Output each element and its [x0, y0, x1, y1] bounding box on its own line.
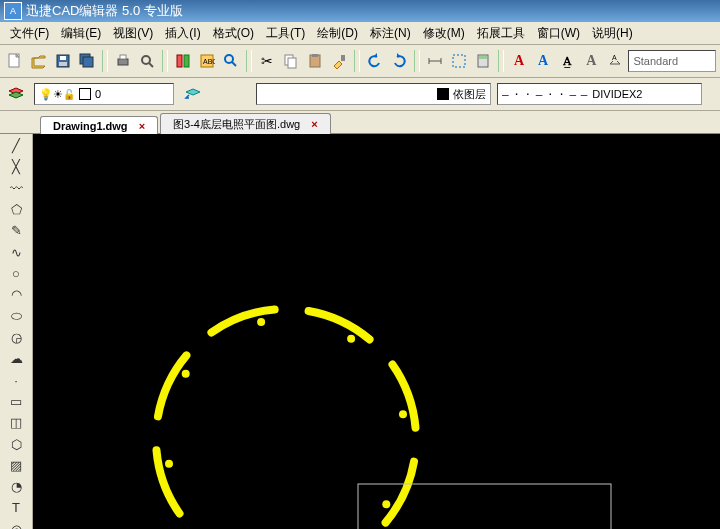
- app-title: 迅捷CAD编辑器 5.0 专业版: [26, 2, 183, 20]
- toolbar-standard: ABC ✂ A A A̲ A A Standard: [0, 45, 720, 78]
- svg-point-30: [399, 410, 407, 418]
- color-swatch-black: [437, 88, 449, 100]
- hatch-tool[interactable]: ▨: [3, 456, 29, 475]
- separator: [162, 50, 168, 72]
- menu-draw[interactable]: 绘制(D): [311, 23, 364, 44]
- separator: [246, 50, 252, 72]
- copy-button[interactable]: [280, 49, 302, 73]
- textstyle-button[interactable]: A̲: [556, 49, 578, 73]
- line-tool[interactable]: ╱: [3, 136, 29, 155]
- layer-dropdown[interactable]: 💡 ☀ 🔓 0: [34, 83, 174, 105]
- boundary-tool[interactable]: ◎: [3, 520, 29, 529]
- layer-name: 0: [95, 88, 101, 100]
- menu-file[interactable]: 文件(F): [4, 23, 55, 44]
- draw-toolbar: ╱ ╳ 〰 ⬠ ✎ ∿ ○ ◠ ⬭ ◶ ☁ · ▭ ◫ ⬡ ▨ ◔ T ◎: [0, 134, 33, 529]
- menu-dimension[interactable]: 标注(N): [364, 23, 417, 44]
- menu-window[interactable]: 窗口(W): [531, 23, 586, 44]
- tab-drawing1[interactable]: Drawing1.dwg ×: [40, 116, 158, 134]
- svg-point-8: [142, 56, 150, 64]
- svg-rect-6: [118, 59, 128, 65]
- svg-rect-2: [60, 56, 66, 60]
- menu-insert[interactable]: 插入(I): [159, 23, 206, 44]
- text-red-button[interactable]: A: [508, 49, 530, 73]
- separator: [414, 50, 420, 72]
- calc-button[interactable]: [472, 49, 494, 73]
- separator: [102, 50, 108, 72]
- region-tool[interactable]: ◔: [3, 477, 29, 496]
- linetype-dropdown[interactable]: — · · — · · — — DIVIDEX2: [497, 83, 702, 105]
- saveall-button[interactable]: [76, 49, 98, 73]
- menu-modify[interactable]: 修改(M): [417, 23, 471, 44]
- new-button[interactable]: [4, 49, 26, 73]
- cut-button[interactable]: ✂: [256, 49, 278, 73]
- circle-tool[interactable]: ○: [3, 264, 29, 283]
- polyline-tool[interactable]: 〰: [3, 179, 29, 198]
- svg-point-34: [165, 460, 173, 468]
- spline-tool[interactable]: ∿: [3, 243, 29, 262]
- qselect-button[interactable]: [448, 49, 470, 73]
- tab-label: 图3-4底层电照平面图.dwg: [173, 118, 300, 130]
- layermgr-button[interactable]: [4, 82, 28, 106]
- linetype-label: DIVIDEX2: [592, 88, 642, 100]
- save-button[interactable]: [52, 49, 74, 73]
- rectangle-tool[interactable]: ▭: [3, 392, 29, 411]
- text-tool[interactable]: T: [3, 498, 29, 517]
- layerprev-button[interactable]: [180, 82, 204, 106]
- color-label: 依图层: [453, 87, 486, 102]
- document-tabs: Drawing1.dwg × 图3-4底层电照平面图.dwg ×: [0, 111, 720, 134]
- svg-rect-3: [59, 62, 67, 66]
- donut-tool[interactable]: ◶: [3, 328, 29, 347]
- color-dropdown[interactable]: 依图层: [256, 83, 491, 105]
- point-tool[interactable]: ·: [3, 370, 29, 389]
- convert-button[interactable]: [172, 49, 194, 73]
- text-blue-button[interactable]: A: [532, 49, 554, 73]
- linetype-preview: — · · — · · — —: [502, 88, 586, 101]
- sketch-tool[interactable]: ✎: [3, 221, 29, 240]
- block-tool[interactable]: ◫: [3, 413, 29, 432]
- separator: [498, 50, 504, 72]
- svg-rect-17: [288, 58, 296, 68]
- tab-drawing2[interactable]: 图3-4底层电照平面图.dwg ×: [160, 113, 331, 134]
- xline-tool[interactable]: ╳: [3, 157, 29, 176]
- svg-line-9: [149, 63, 153, 67]
- svg-rect-19: [312, 54, 318, 57]
- tab-close-button[interactable]: ×: [139, 120, 145, 132]
- redo-button[interactable]: [388, 49, 410, 73]
- svg-point-14: [225, 55, 233, 63]
- matchprop-button[interactable]: [328, 49, 350, 73]
- menu-extend[interactable]: 拓展工具: [471, 23, 531, 44]
- tab-close-button[interactable]: ×: [311, 118, 317, 130]
- svg-point-31: [382, 500, 390, 508]
- publish-button[interactable]: ABC: [196, 49, 218, 73]
- svg-rect-20: [341, 55, 345, 61]
- bulb-icon: 💡: [39, 88, 53, 101]
- paste-button[interactable]: [304, 49, 326, 73]
- color-swatch: [79, 88, 91, 100]
- preview-button[interactable]: [136, 49, 158, 73]
- text-gray-button[interactable]: A: [580, 49, 602, 73]
- find-button[interactable]: [220, 49, 242, 73]
- open-button[interactable]: [28, 49, 50, 73]
- menu-edit[interactable]: 编辑(E): [55, 23, 107, 44]
- hexagon-tool[interactable]: ⬡: [3, 434, 29, 453]
- svg-line-15: [232, 62, 236, 66]
- svg-text:A: A: [612, 54, 617, 61]
- svg-text:ABC: ABC: [203, 58, 215, 65]
- dist-button[interactable]: [424, 49, 446, 73]
- textstyle-select[interactable]: Standard: [628, 50, 716, 72]
- revcloud-tool[interactable]: ☁: [3, 349, 29, 368]
- menu-format[interactable]: 格式(O): [207, 23, 260, 44]
- drawing-canvas[interactable]: [33, 134, 720, 529]
- separator: [354, 50, 360, 72]
- dimstyle-button[interactable]: A: [604, 49, 626, 73]
- polygon-tool[interactable]: ⬠: [3, 200, 29, 219]
- menu-view[interactable]: 视图(V): [107, 23, 159, 44]
- ellipse-tool[interactable]: ⬭: [3, 307, 29, 326]
- undo-button[interactable]: [364, 49, 386, 73]
- menu-help[interactable]: 说明(H): [586, 23, 639, 44]
- canvas-svg: [33, 134, 720, 529]
- svg-point-29: [347, 335, 355, 343]
- print-button[interactable]: [112, 49, 134, 73]
- menu-tools[interactable]: 工具(T): [260, 23, 311, 44]
- arc-tool[interactable]: ◠: [3, 285, 29, 304]
